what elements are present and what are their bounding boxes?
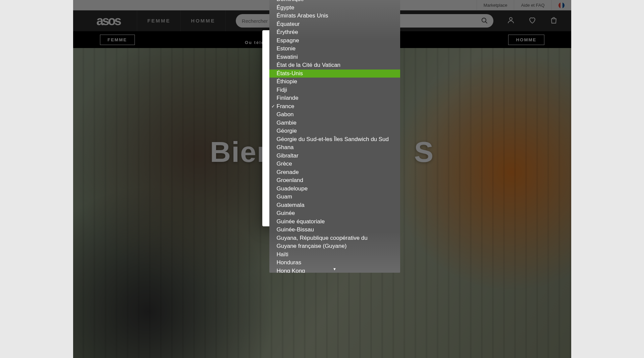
country-option[interactable]: Géorgie du Sud-et-les Îles Sandwich du S… <box>269 135 400 144</box>
country-option[interactable]: Guinée-Bissau <box>269 226 400 234</box>
country-option[interactable]: Haïti <box>269 251 400 259</box>
country-option[interactable]: États-Unis <box>269 70 400 78</box>
country-option[interactable]: Guinée équatoriale <box>269 218 400 226</box>
country-option[interactable]: France <box>269 102 400 111</box>
country-option[interactable]: Honduras <box>269 259 400 267</box>
country-option[interactable]: Guyane française (Guyane) <box>269 242 400 251</box>
country-option[interactable]: Gambie <box>269 119 400 127</box>
country-option[interactable]: Guatemala <box>269 201 400 210</box>
country-option[interactable]: Géorgie <box>269 127 400 135</box>
country-option[interactable]: Fidji <box>269 86 400 94</box>
country-option[interactable]: Équateur <box>269 20 400 29</box>
country-option[interactable]: Grèce <box>269 160 400 168</box>
country-option[interactable]: Espagne <box>269 37 400 45</box>
country-option[interactable]: État de la Cité du Vatican <box>269 61 400 70</box>
country-option[interactable]: Grenade <box>269 168 400 177</box>
country-dropdown[interactable]: DominiqueÉgypteÉmirats Arabes UnisÉquate… <box>269 0 400 273</box>
country-option[interactable]: Estonie <box>269 45 400 53</box>
country-option[interactable]: Égypte <box>269 4 400 12</box>
country-option[interactable]: Érythrée <box>269 28 400 37</box>
country-option[interactable]: Guam <box>269 193 400 201</box>
country-option[interactable]: Groenland <box>269 176 400 185</box>
country-option[interactable]: Dominique <box>269 0 400 4</box>
country-option[interactable]: Guyana, République coopérative du <box>269 234 400 242</box>
country-list: DominiqueÉgypteÉmirats Arabes UnisÉquate… <box>269 0 400 273</box>
country-option[interactable]: Émirats Arabes Unis <box>269 12 400 20</box>
country-option[interactable]: Éthiopie <box>269 78 400 86</box>
country-option[interactable]: Ghana <box>269 143 400 152</box>
country-option[interactable]: Gabon <box>269 110 400 119</box>
country-option[interactable]: Finlande <box>269 94 400 102</box>
page-container: Marketplace Aide et FAQ asos FEMME HOMME <box>73 0 571 358</box>
scroll-down-arrow[interactable]: ▼ <box>269 266 400 272</box>
country-option[interactable]: Guinée <box>269 209 400 218</box>
country-option[interactable]: Gibraltar <box>269 152 400 160</box>
country-option[interactable]: Eswatini <box>269 53 400 61</box>
country-option[interactable]: Guadeloupe <box>269 185 400 193</box>
